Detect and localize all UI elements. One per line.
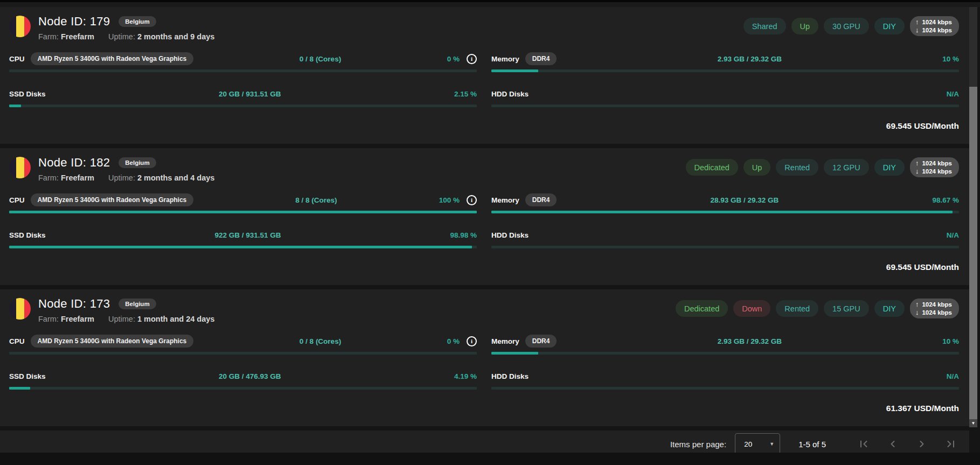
cpu-resource: CPU AMD Ryzen 5 3400G with Radeon Vega G…: [9, 335, 477, 355]
upload-speed: 1024 kbps: [922, 159, 952, 167]
status-badge: DIY: [874, 159, 905, 176]
cpu-usage-percent: 100 %: [439, 196, 460, 204]
ssd-usage-value: 922 GB / 931.51 GB: [46, 231, 450, 239]
previous-page-button[interactable]: [886, 438, 899, 450]
hdd-usage-bar: [491, 105, 959, 107]
hdd-resource: HDD Disks N/A: [491, 88, 959, 107]
hdd-usage-percent: N/A: [947, 372, 959, 380]
ssd-usage-bar: [9, 387, 477, 390]
status-badges: DedicatedDownRented15 GPUDIY ↑1024 kbps …: [676, 299, 959, 318]
country-badge: Belgium: [119, 157, 156, 168]
status-badges: SharedUp30 GPUDIY ↑1024 kbps ↓1024 kbps: [743, 16, 959, 36]
hdd-label: HDD Disks: [491, 372, 529, 380]
cpu-usage-bar: [9, 70, 477, 72]
monthly-price: 61.367 USD/Month: [886, 404, 959, 413]
status-badge: 15 GPU: [824, 300, 869, 317]
cpu-usage-percent: 0 %: [447, 337, 460, 345]
monthly-price: 69.545 USD/Month: [886, 121, 959, 130]
uptime-label: Uptime:: [108, 32, 135, 41]
cpu-resource: CPU AMD Ryzen 5 3400G with Radeon Vega G…: [9, 53, 477, 72]
hdd-usage-bar: [491, 387, 959, 390]
node-list: Node ID: 179 Belgium Farm: Freefarm Upti…: [0, 7, 969, 426]
upload-speed: 1024 kbps: [922, 301, 952, 308]
info-icon[interactable]: i: [467, 195, 477, 205]
status-badge: 30 GPU: [824, 18, 869, 34]
memory-label: Memory: [491, 196, 519, 204]
ssd-usage-value: 20 GB / 476.93 GB: [46, 372, 454, 380]
ssd-usage-percent: 2.15 %: [454, 90, 477, 98]
last-page-button[interactable]: [944, 438, 957, 450]
status-badge: Rented: [776, 159, 818, 176]
price-row: 61.367 USD/Month: [9, 404, 959, 413]
ssd-resource: SSD Disks 20 GB / 476.93 GB 4.19 %: [9, 370, 477, 390]
node-card[interactable]: Node ID: 179 Belgium Farm: Freefarm Upti…: [0, 7, 969, 144]
ssd-usage-bar: [9, 246, 477, 248]
upload-arrow-icon: ↑: [915, 301, 919, 308]
network-speed-badge: ↑1024 kbps ↓1024 kbps: [910, 16, 959, 36]
page-range-label: 1-5 of 5: [798, 440, 826, 449]
node-id-title: Node ID: 173: [38, 297, 110, 311]
node-resources: CPU AMD Ryzen 5 3400G with Radeon Vega G…: [9, 335, 959, 390]
farm-name: Freefarm: [61, 315, 94, 323]
memory-type-chip: DDR4: [525, 52, 557, 65]
download-arrow-icon: ↓: [915, 168, 919, 175]
node-subtitle: Farm: Freefarm Uptime: 2 months and 4 da…: [38, 173, 214, 182]
memory-type-chip: DDR4: [525, 335, 557, 348]
items-per-page-select[interactable]: 20 ▼: [735, 433, 780, 455]
cpu-usage-value: 0 / 8 (Cores): [193, 55, 447, 63]
memory-usage-bar: [491, 352, 959, 355]
scrollbar-down-button[interactable]: ▼: [969, 419, 977, 427]
ssd-label: SSD Disks: [9, 90, 46, 98]
hdd-resource: HDD Disks N/A: [491, 229, 959, 248]
ssd-usage-percent: 4.19 %: [454, 372, 477, 380]
bottom-strip: [0, 453, 980, 465]
scrollbar-track[interactable]: ▼: [969, 7, 977, 427]
memory-resource: Memory DDR4 2.93 GB / 29.32 GB 10 %: [491, 53, 959, 72]
node-subtitle: Farm: Freefarm Uptime: 1 month and 24 da…: [38, 315, 214, 323]
next-page-button[interactable]: [915, 438, 928, 450]
ssd-resource: SSD Disks 20 GB / 931.51 GB 2.15 %: [9, 88, 477, 107]
status-badge: Shared: [743, 18, 786, 34]
uptime-value: 2 months and 4 days: [137, 173, 214, 182]
memory-label: Memory: [491, 55, 519, 63]
status-badge: Dedicated: [686, 159, 738, 176]
status-badge: Up: [791, 18, 819, 34]
hdd-resource: HDD Disks N/A: [491, 370, 959, 390]
chevron-right-icon: [915, 438, 928, 450]
node-card[interactable]: Node ID: 182 Belgium Farm: Freefarm Upti…: [0, 148, 969, 285]
node-card[interactable]: Node ID: 173 Belgium Farm: Freefarm Upti…: [0, 289, 969, 426]
hdd-usage-percent: N/A: [947, 231, 959, 239]
upload-arrow-icon: ↑: [915, 159, 919, 167]
download-arrow-icon: ↓: [915, 26, 919, 34]
network-speed-badge: ↑1024 kbps ↓1024 kbps: [910, 157, 959, 177]
cpu-model-chip: AMD Ryzen 5 3400G with Radeon Vega Graph…: [31, 335, 194, 348]
download-speed: 1024 kbps: [922, 309, 952, 316]
ssd-label: SSD Disks: [9, 372, 46, 380]
price-row: 69.545 USD/Month: [9, 262, 959, 272]
hdd-usage-percent: N/A: [947, 90, 959, 98]
first-page-button[interactable]: [857, 438, 870, 450]
belgium-flag-icon: [9, 157, 31, 178]
cpu-usage-percent: 0 %: [447, 55, 460, 63]
cpu-label: CPU: [9, 55, 25, 63]
status-badge: Rented: [776, 300, 818, 317]
chevron-left-icon: [886, 438, 899, 450]
chevron-down-icon: ▼: [769, 441, 774, 447]
node-subtitle: Farm: Freefarm Uptime: 2 months and 9 da…: [38, 32, 214, 41]
scrollbar-thumb[interactable]: [969, 87, 977, 419]
memory-usage-bar: [491, 211, 959, 213]
node-card-header: Node ID: 173 Belgium Farm: Freefarm Upti…: [9, 296, 959, 323]
last-page-icon: [944, 438, 957, 450]
farm-label: Farm:: [38, 32, 59, 41]
node-card-header: Node ID: 182 Belgium Farm: Freefarm Upti…: [9, 155, 959, 182]
items-per-page-value: 20: [744, 440, 769, 448]
info-icon[interactable]: i: [467, 336, 477, 346]
top-strip: [0, 0, 980, 7]
status-badge: DIY: [874, 300, 905, 317]
info-icon[interactable]: i: [467, 54, 477, 64]
memory-usage-value: 2.93 GB / 29.32 GB: [557, 337, 942, 345]
uptime-label: Uptime:: [108, 315, 135, 323]
download-arrow-icon: ↓: [915, 309, 919, 316]
upload-speed: 1024 kbps: [922, 18, 952, 26]
memory-usage-percent: 10 %: [942, 337, 959, 345]
